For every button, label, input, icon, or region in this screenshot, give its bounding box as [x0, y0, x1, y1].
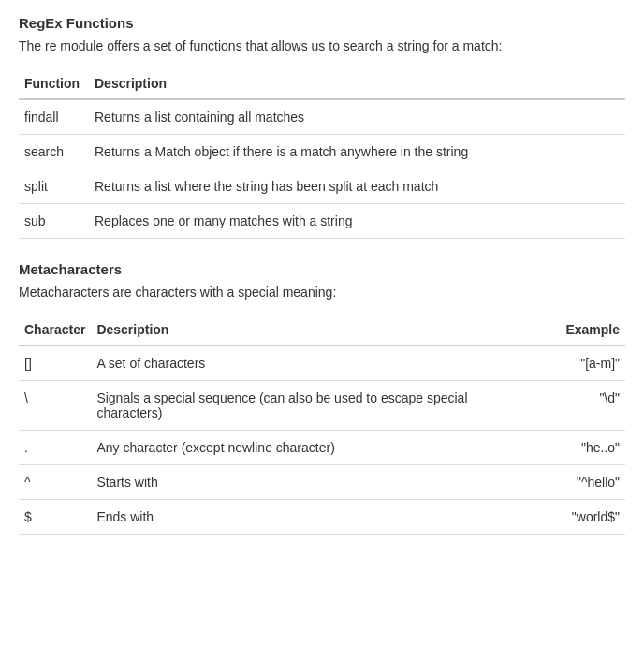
table-row: \Signals a special sequence (can also be… — [19, 381, 625, 431]
meta-col-header-description: Description — [91, 315, 532, 345]
table-row: searchReturns a Match object if there is… — [19, 135, 625, 169]
meta-description: Any character (except newline character) — [91, 431, 532, 465]
metacharacters-table: Character Description Example []A set of… — [19, 315, 625, 535]
meta-character: \ — [19, 381, 91, 431]
section1-description: The re module offers a set of functions … — [19, 38, 625, 53]
functions-col-header-function: Function — [19, 68, 89, 99]
table-row: $Ends with"world$" — [19, 500, 625, 535]
function-description: Returns a list where the string has been… — [89, 169, 625, 204]
meta-example: "^hello" — [532, 465, 625, 500]
table-row: subReplaces one or many matches with a s… — [19, 204, 625, 239]
function-name: search — [19, 135, 89, 169]
section2-title: Metacharacters — [19, 261, 625, 277]
meta-character: . — [19, 431, 91, 465]
table-row: splitReturns a list where the string has… — [19, 169, 625, 204]
meta-description: Signals a special sequence (can also be … — [91, 381, 532, 431]
meta-col-header-character: Character — [19, 315, 91, 345]
meta-example: "[a-m]" — [532, 345, 625, 381]
functions-table-header-row: Function Description — [19, 68, 625, 99]
meta-character: [] — [19, 345, 91, 381]
function-description: Returns a list containing all matches — [89, 99, 625, 135]
function-description: Replaces one or many matches with a stri… — [89, 204, 625, 239]
function-name: split — [19, 169, 89, 204]
meta-example: "world$" — [532, 500, 625, 535]
section-metacharacters: Metacharacters Metacharacters are charac… — [19, 261, 625, 535]
function-description: Returns a Match object if there is a mat… — [89, 135, 625, 169]
functions-table: Function Description findallReturns a li… — [19, 68, 625, 239]
meta-example: "\d" — [532, 381, 625, 431]
meta-character: $ — [19, 500, 91, 535]
meta-example: "he..o" — [532, 431, 625, 465]
metacharacters-table-header-row: Character Description Example — [19, 315, 625, 345]
section2-description: Metacharacters are characters with a spe… — [19, 285, 625, 300]
table-row: []A set of characters"[a-m]" — [19, 345, 625, 381]
meta-description: Ends with — [91, 500, 532, 535]
section1-title: RegEx Functions — [19, 15, 625, 31]
meta-description: Starts with — [91, 465, 532, 500]
meta-col-header-example: Example — [532, 315, 625, 345]
section-regex-functions: RegEx Functions The re module offers a s… — [19, 15, 625, 239]
function-name: sub — [19, 204, 89, 239]
meta-character: ^ — [19, 465, 91, 500]
table-row: ^Starts with"^hello" — [19, 465, 625, 500]
functions-col-header-description: Description — [89, 68, 625, 99]
function-name: findall — [19, 99, 89, 135]
table-row: findallReturns a list containing all mat… — [19, 99, 625, 135]
table-row: .Any character (except newline character… — [19, 431, 625, 465]
meta-description: A set of characters — [91, 345, 532, 381]
